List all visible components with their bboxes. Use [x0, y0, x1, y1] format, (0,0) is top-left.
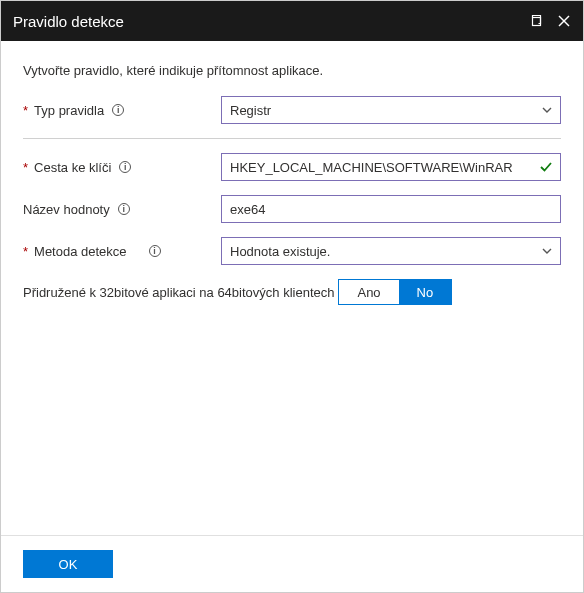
info-icon[interactable]: i — [118, 203, 130, 215]
toggle-no[interactable]: No — [399, 280, 452, 304]
row-32bit-toggle: Přidružené k 32bitové aplikaci na 64bito… — [23, 279, 561, 305]
toggle-label: Přidružené k 32bitové aplikaci na 64bito… — [23, 285, 334, 300]
chevron-down-icon — [541, 104, 553, 116]
row-value-name: Název hodnoty i exe64 — [23, 195, 561, 223]
method-select[interactable]: Hodnota existuje. — [221, 237, 561, 265]
required-marker: * — [23, 244, 28, 259]
panel-title: Pravidlo detekce — [13, 13, 529, 30]
method-field[interactable]: Hodnota existuje. — [221, 237, 561, 265]
required-marker: * — [23, 103, 28, 118]
section-divider — [23, 138, 561, 139]
panel-header: Pravidlo detekce — [1, 1, 583, 41]
detection-rule-panel: Pravidlo detekce Vytvořte pravidlo, kter… — [0, 0, 584, 593]
rule-type-field[interactable]: Registr — [221, 96, 561, 124]
header-controls — [529, 14, 571, 28]
close-icon[interactable] — [557, 14, 571, 28]
row-rule-type: * Typ pravidla i Registr — [23, 96, 561, 124]
chevron-down-icon — [541, 245, 553, 257]
key-path-value: HKEY_LOCAL_MACHINE\SOFTWARE\WinRAR — [230, 160, 513, 175]
key-path-field[interactable]: HKEY_LOCAL_MACHINE\SOFTWARE\WinRAR — [221, 153, 561, 181]
value-name-field[interactable]: exe64 — [221, 195, 561, 223]
required-marker: * — [23, 160, 28, 175]
value-name-input[interactable]: exe64 — [221, 195, 561, 223]
panel-body: Vytvořte pravidlo, které indikuje přítom… — [1, 41, 583, 535]
yes-no-toggle[interactable]: Ano No — [338, 279, 452, 305]
rule-type-value: Registr — [230, 103, 271, 118]
info-icon[interactable]: i — [149, 245, 161, 257]
row-key-path: * Cesta ke klíči i HKEY_LOCAL_MACHINE\SO… — [23, 153, 561, 181]
instruction-text: Vytvořte pravidlo, které indikuje přítom… — [23, 63, 561, 78]
ok-button[interactable]: OK — [23, 550, 113, 578]
rule-type-select[interactable]: Registr — [221, 96, 561, 124]
key-path-label-text: Cesta ke klíči — [34, 160, 111, 175]
method-value: Hodnota existuje. — [230, 244, 330, 259]
info-icon[interactable]: i — [119, 161, 131, 173]
row-method: * Metoda detekce i Hodnota existuje. — [23, 237, 561, 265]
value-name-label-text: Název hodnoty — [23, 202, 110, 217]
info-icon[interactable]: i — [112, 104, 124, 116]
method-label-text: Metoda detekce — [34, 244, 127, 259]
restore-icon[interactable] — [529, 14, 543, 28]
toggle-yes[interactable]: Ano — [339, 280, 398, 304]
rule-type-label-text: Typ pravidla — [34, 103, 104, 118]
svg-rect-0 — [533, 18, 541, 26]
valid-check-icon — [539, 160, 553, 174]
label-rule-type: * Typ pravidla i — [23, 103, 221, 118]
label-method: * Metoda detekce i — [23, 244, 221, 259]
label-value-name: Název hodnoty i — [23, 202, 221, 217]
label-key-path: * Cesta ke klíči i — [23, 160, 221, 175]
value-name-value: exe64 — [230, 202, 265, 217]
panel-footer: OK — [1, 535, 583, 592]
key-path-input[interactable]: HKEY_LOCAL_MACHINE\SOFTWARE\WinRAR — [221, 153, 561, 181]
